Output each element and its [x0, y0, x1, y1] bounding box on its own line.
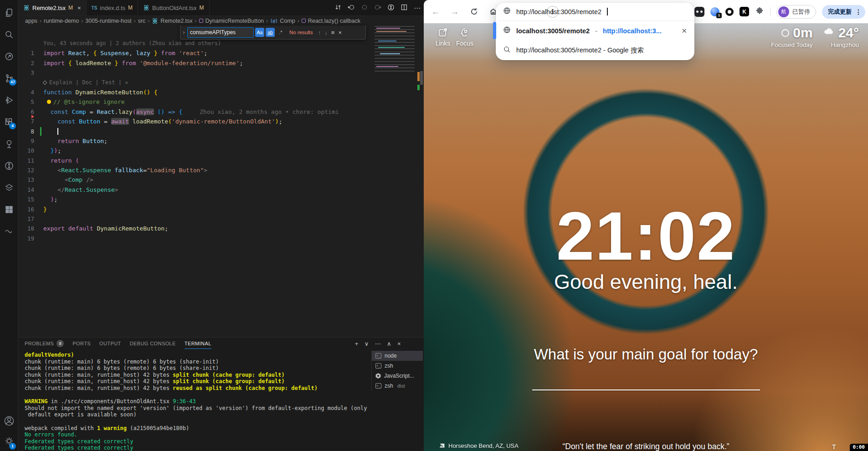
terminal-item-zsh[interactable]: >_ zsh	[372, 361, 423, 371]
search-icon[interactable]	[4, 29, 15, 40]
dashboard-icon[interactable]	[4, 204, 15, 215]
tab-index-dts[interactable]: TS index.d.ts M	[87, 0, 138, 15]
maximize-panel-icon[interactable]: ∧	[387, 340, 391, 347]
focused-today-widget[interactable]: 0m Focused Today	[771, 25, 812, 48]
compare-changes-icon[interactable]	[334, 4, 342, 13]
tab-buttonoldant[interactable]: ButtonOldAnt.tsx M	[138, 0, 210, 15]
terminal-output[interactable]: defaultVendors)chunk (runtime: main) 6 b…	[18, 349, 371, 451]
tab-problems[interactable]: PROBLEMS 8	[25, 340, 64, 347]
tab-remote2[interactable]: Remote2.tsx M ×	[18, 0, 87, 15]
code-line[interactable]: 14 </React.Suspense>	[18, 185, 424, 195]
breadcrumb-item[interactable]: Comp	[280, 18, 295, 24]
code-line[interactable]: 4function DynamicRemoteButton() {	[18, 87, 424, 97]
forward-icon[interactable]: →	[447, 5, 462, 19]
terminal-item-zsh-dist[interactable]: >_ zsh dist	[372, 381, 423, 391]
links-widget[interactable]: Links	[431, 27, 455, 47]
change-dot-icon[interactable]	[361, 4, 368, 13]
terminal-item-node[interactable]: >_ node	[372, 351, 423, 361]
terminal-item-javascript[interactable]: JavaScript...	[372, 371, 423, 381]
run-debug-icon[interactable]	[4, 95, 15, 106]
extension-ring-icon[interactable]	[725, 8, 734, 16]
extension-dark-icon[interactable]	[694, 7, 704, 17]
find-next-icon[interactable]: ↓	[324, 29, 328, 36]
new-terminal-icon[interactable]: +	[355, 340, 359, 347]
code-line[interactable]: 9 return Button;	[18, 136, 424, 146]
file-history-icon[interactable]	[387, 4, 395, 13]
find-in-selection-icon[interactable]: ≡	[331, 29, 335, 36]
breadcrumb-item[interactable]: 3005-runtime-host	[85, 18, 131, 24]
split-editor-icon[interactable]	[401, 4, 408, 13]
focus-widget[interactable]: Focus	[453, 27, 477, 47]
code-line[interactable]: 10 });	[18, 146, 424, 155]
close-find-icon[interactable]: ×	[338, 29, 342, 36]
gitlens-icon[interactable]	[4, 160, 15, 171]
account-icon[interactable]	[4, 415, 15, 426]
code-line[interactable]: 8	[18, 127, 424, 136]
tab-output[interactable]: OUTPUT	[99, 341, 121, 346]
code-line[interactable]: 17	[18, 214, 424, 224]
browser-menu-icon[interactable]: ⋮	[855, 8, 862, 15]
whole-word-toggle[interactable]: ab	[266, 28, 275, 37]
code-line[interactable]: 11 return (	[18, 156, 424, 165]
code-line[interactable]: 7 const Button = await loadRemote('dynam…	[18, 117, 424, 126]
profile-button[interactable]: 航 已暂停	[776, 5, 816, 19]
toggle-replace-icon[interactable]: ›	[180, 29, 187, 36]
close-tab-icon[interactable]: ×	[77, 5, 81, 11]
goal-input[interactable]	[532, 390, 760, 390]
previous-change-icon[interactable]	[348, 4, 355, 13]
lightbulb-icon[interactable]	[47, 100, 51, 104]
breadcrumb-item[interactable]: apps	[25, 18, 37, 24]
panel-more-icon[interactable]: ⋯	[375, 340, 381, 347]
extensions-puzzle-icon[interactable]	[755, 6, 764, 17]
minimap[interactable]	[375, 26, 415, 73]
next-change-icon[interactable]	[374, 4, 381, 13]
breadcrumb-item[interactable]: src	[138, 18, 146, 24]
match-case-toggle[interactable]: Aa	[255, 28, 264, 37]
code-line[interactable]: 1import React, { Suspense, lazy } from '…	[18, 48, 424, 58]
more-actions-icon[interactable]: ⋯	[414, 4, 421, 12]
editor-scrollbar[interactable]	[420, 71, 423, 85]
extension-globe-icon[interactable]: 1	[710, 7, 719, 16]
tab-debug-console[interactable]: DEBUG CONSOLE	[130, 341, 176, 346]
code-line[interactable]: 2import { loadRemote } from '@module-fed…	[18, 58, 424, 68]
breadcrumb-item[interactable]: runtime-demo	[44, 18, 79, 24]
weather-widget[interactable]: 24° Hangzhou	[823, 25, 859, 48]
breadcrumb-item[interactable]: React.lazy() callback	[308, 18, 360, 24]
code-line[interactable]: 3	[18, 68, 424, 77]
code-line[interactable]: 6 const Comp = React.lazy(async () => {Z…	[18, 107, 424, 117]
testing-icon[interactable]	[4, 138, 15, 149]
commit-graph-icon[interactable]	[4, 51, 15, 62]
suggestion-row-url[interactable]: localhost:3005/remote2 - http://localhos…	[496, 21, 694, 41]
explorer-icon[interactable]	[4, 7, 15, 18]
back-icon[interactable]: ←	[428, 5, 443, 19]
tab-terminal[interactable]: TERMINAL	[185, 341, 211, 346]
code-line[interactable]: 15 );	[18, 195, 424, 204]
reload-icon[interactable]	[467, 5, 481, 19]
tab-ports[interactable]: PORTS	[72, 341, 91, 346]
omnibox-value[interactable]: http://localhost:3005/remote2	[516, 8, 601, 15]
close-panel-icon[interactable]: ×	[397, 340, 401, 347]
extension-k-icon[interactable]: K	[740, 7, 749, 16]
container-tools-icon[interactable]	[4, 182, 15, 193]
breadcrumb-item[interactable]: Remote2.tsx	[160, 18, 192, 24]
code-line[interactable]: 18export default DynamicRemoteButton;	[18, 224, 424, 233]
code-line[interactable]: 19	[18, 234, 424, 243]
code-line[interactable]: 16}	[18, 205, 424, 214]
find-previous-icon[interactable]: ↑	[318, 29, 321, 36]
omnibox[interactable]: http://localhost:3005/remote2	[496, 3, 694, 21]
snippets-icon[interactable]	[4, 226, 15, 237]
codelens-actions[interactable]: Explain | Doc | Test | ✕	[18, 78, 424, 87]
suggestion-row-search[interactable]: http://localhost:3005/remote2 - Google 搜…	[496, 41, 694, 60]
update-chrome-button[interactable]: 完成更新 ⋮	[822, 5, 865, 19]
code-line[interactable]: 5// @ts-ignore ignore	[18, 97, 424, 107]
regex-toggle[interactable]: .*	[276, 28, 285, 37]
breadcrumb-item[interactable]: DynamicRemoteButton	[205, 18, 264, 24]
find-input[interactable]: consumeAPITypes	[187, 27, 254, 38]
photo-icon	[439, 443, 445, 449]
photo-credit[interactable]: Horseshoe Bend, AZ, USA	[439, 442, 519, 449]
terminal-dropdown-icon[interactable]: ∨	[365, 340, 369, 347]
remove-suggestion-icon[interactable]: ✕	[681, 27, 687, 35]
code-line[interactable]: 13 <Comp />	[18, 175, 424, 184]
code-line[interactable]: 12 <React.Suspense fallback="Loading But…	[18, 165, 424, 175]
code-editor[interactable]: You, 43 seconds ago | 2 authors (Zhou xi…	[18, 26, 424, 337]
